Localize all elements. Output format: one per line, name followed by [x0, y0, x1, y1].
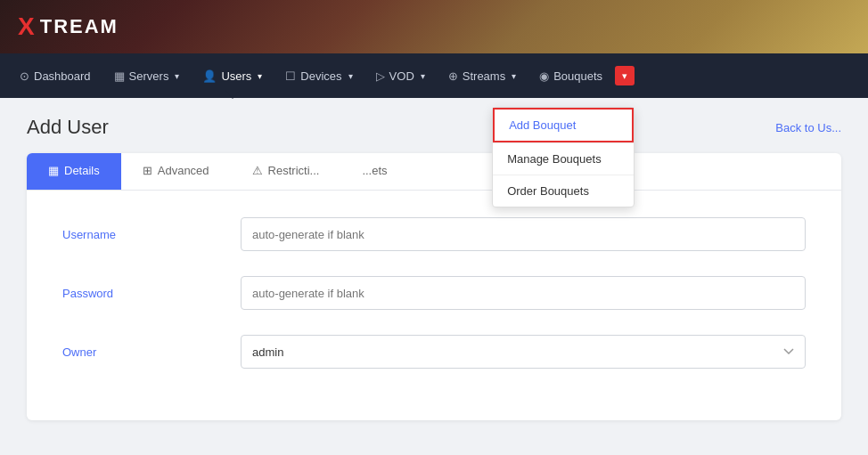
- back-link[interactable]: Back to Us...: [775, 121, 841, 134]
- username-input[interactable]: [241, 217, 806, 251]
- owner-select[interactable]: admin: [241, 335, 806, 369]
- nav-label-users: Users: [221, 69, 251, 83]
- users-chevron-icon: ▾: [258, 71, 262, 81]
- tab-restrictions[interactable]: ⚠ Restricti...: [231, 153, 341, 190]
- nav-item-dashboard[interactable]: ⊙ Dashboard: [9, 62, 102, 90]
- tab-advanced[interactable]: ⊞ Advanced: [121, 153, 231, 190]
- streams-chevron-icon: ▾: [512, 71, 516, 81]
- password-row: Password: [62, 276, 806, 310]
- nav-arrow: [225, 90, 240, 99]
- dropdown-manage-bouquets[interactable]: Manage Bouquets: [493, 143, 634, 175]
- owner-label: Owner: [62, 345, 241, 359]
- nav-label-vod: VOD: [389, 69, 414, 83]
- dropdown-order-bouquets[interactable]: Order Bouquets: [493, 175, 634, 207]
- nav-label-devices: Devices: [300, 69, 341, 83]
- tab-details[interactable]: ▦ Details: [27, 153, 121, 190]
- streams-icon: ⊕: [448, 69, 458, 83]
- servers-chevron-icon: ▾: [175, 71, 179, 81]
- tabs-container: ▦ Details ⊞ Advanced ⚠ Restricti... ...e…: [27, 153, 841, 191]
- tab-bouquets[interactable]: ...ets: [340, 153, 408, 190]
- dashboard-icon: ⊙: [20, 69, 29, 83]
- devices-chevron-icon: ▾: [348, 71, 353, 81]
- bouquets-icon: ◉: [539, 69, 549, 83]
- bouquets-chevron-button[interactable]: ▾: [615, 66, 635, 85]
- nav-label-servers: Servers: [129, 69, 169, 83]
- restrictions-tab-icon: ⚠: [252, 164, 263, 177]
- nav-item-servers[interactable]: ▦ Servers ▾: [103, 62, 191, 90]
- nav-item-devices[interactable]: ☐ Devices ▾: [274, 62, 363, 90]
- username-label: Username: [62, 228, 241, 241]
- password-label: Password: [62, 287, 241, 300]
- advanced-tab-icon: ⊞: [143, 164, 152, 177]
- header: X TREAM: [0, 0, 868, 53]
- dropdown-add-bouquet[interactable]: Add Bouquet: [493, 108, 634, 142]
- tab-restrictions-label: Restricti...: [268, 164, 320, 177]
- nav-label-dashboard: Dashboard: [34, 69, 91, 83]
- nav-item-vod[interactable]: ▷ VOD ▾: [365, 62, 436, 90]
- logo-text: TREAM: [40, 15, 119, 38]
- logo: X TREAM: [18, 12, 119, 41]
- tab-advanced-label: Advanced: [158, 164, 209, 177]
- navbar: ⊙ Dashboard ▦ Servers ▾ 👤 Users ▾ ☐ Devi…: [0, 53, 868, 98]
- owner-row: Owner admin: [62, 335, 806, 369]
- page-title: Add User: [27, 116, 109, 139]
- bouquets-dropdown: Add Bouquet Manage Bouquets Order Bouque…: [492, 107, 635, 207]
- nav-item-users[interactable]: 👤 Users ▾: [192, 62, 273, 90]
- tab-bouquets-label: ...ets: [362, 164, 387, 177]
- servers-icon: ▦: [114, 69, 125, 83]
- tab-details-label: Details: [64, 164, 100, 177]
- devices-icon: ☐: [285, 69, 296, 83]
- logo-x: X: [18, 12, 37, 41]
- page-header: Add User Back to Us...: [27, 116, 841, 139]
- username-row: Username: [62, 217, 806, 251]
- details-tab-icon: ▦: [48, 164, 59, 177]
- vod-icon: ▷: [376, 69, 385, 83]
- nav-label-bouquets: Bouquets: [553, 69, 602, 83]
- nav-item-streams[interactable]: ⊕ Streams ▾: [438, 62, 527, 90]
- users-icon: 👤: [202, 69, 217, 83]
- nav-label-streams: Streams: [463, 69, 505, 83]
- main-card: ▦ Details ⊞ Advanced ⚠ Restricti... ...e…: [27, 153, 841, 420]
- nav-item-bouquets[interactable]: ◉ Bouquets: [528, 62, 613, 90]
- vod-chevron-icon: ▾: [421, 71, 425, 81]
- password-input[interactable]: [241, 276, 806, 310]
- page-content: Add User Back to Us... ▦ Details ⊞ Advan…: [0, 98, 868, 438]
- nav-item-bouquets-wrapper: ◉ Bouquets ▾ Add Bouquet Manage Bouquets…: [528, 62, 635, 90]
- form-body: Username Password Owner admin: [27, 191, 841, 420]
